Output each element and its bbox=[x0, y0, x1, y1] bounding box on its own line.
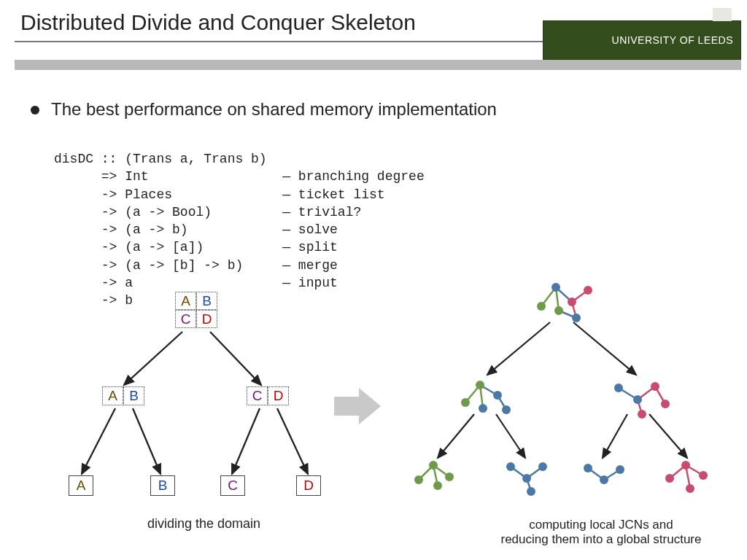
svg-line-11 bbox=[649, 414, 687, 458]
svg-point-54 bbox=[538, 462, 547, 471]
root-cell-C: C bbox=[175, 310, 196, 328]
svg-point-67 bbox=[686, 484, 694, 493]
svg-point-47 bbox=[445, 472, 454, 481]
caption-jcn: computing local JCNs and reducing them i… bbox=[484, 518, 718, 547]
svg-point-46 bbox=[429, 461, 438, 470]
svg-point-21 bbox=[584, 286, 592, 295]
big-arrow-icon bbox=[334, 388, 381, 424]
svg-point-22 bbox=[554, 306, 563, 315]
svg-point-60 bbox=[616, 465, 624, 474]
svg-point-29 bbox=[476, 381, 484, 389]
mid-cell-C: C bbox=[247, 386, 268, 405]
svg-line-6 bbox=[487, 322, 550, 375]
bullet-dot-icon bbox=[31, 106, 39, 114]
caption-jcn-l2: reducing them into a global structure bbox=[501, 532, 702, 546]
svg-point-38 bbox=[633, 395, 642, 404]
mid-cell-A: A bbox=[102, 386, 123, 405]
university-logo: UNIVERSITY OF LEEDS bbox=[543, 20, 741, 60]
svg-point-55 bbox=[527, 487, 535, 496]
svg-point-31 bbox=[479, 404, 487, 413]
svg-line-2 bbox=[82, 408, 115, 474]
bullet-text: The best performance on shared memory im… bbox=[51, 99, 497, 120]
leaf-C: C bbox=[220, 475, 245, 496]
svg-line-7 bbox=[573, 322, 636, 375]
svg-line-5 bbox=[277, 408, 308, 474]
leaf-B: B bbox=[150, 475, 175, 496]
leaf-A: A bbox=[69, 475, 93, 496]
logo-text: UNIVERSITY OF LEEDS bbox=[612, 34, 733, 46]
jcn-tree-diagram bbox=[394, 271, 729, 497]
svg-point-66 bbox=[699, 471, 708, 480]
svg-point-53 bbox=[522, 474, 531, 483]
bullet-item: The best performance on shared memory im… bbox=[0, 74, 747, 120]
svg-point-52 bbox=[506, 462, 515, 471]
svg-point-45 bbox=[414, 475, 423, 484]
svg-line-10 bbox=[603, 414, 627, 458]
svg-point-32 bbox=[502, 405, 511, 414]
caption-jcn-l1: computing local JCNs and bbox=[529, 518, 673, 532]
svg-point-48 bbox=[433, 481, 442, 490]
svg-line-0 bbox=[124, 332, 182, 385]
mid-cell-D: D bbox=[268, 386, 289, 405]
svg-point-59 bbox=[600, 475, 608, 484]
svg-point-37 bbox=[614, 384, 623, 392]
caption-dividing: dividing the domain bbox=[147, 516, 260, 532]
svg-point-65 bbox=[681, 461, 690, 470]
svg-point-18 bbox=[537, 302, 546, 311]
svg-line-8 bbox=[438, 414, 474, 458]
svg-point-64 bbox=[665, 474, 674, 483]
svg-point-30 bbox=[493, 391, 502, 400]
leaf-D: D bbox=[296, 475, 321, 496]
svg-point-23 bbox=[572, 314, 581, 322]
svg-line-1 bbox=[210, 332, 261, 385]
mid-cell-B: B bbox=[123, 386, 144, 405]
svg-point-19 bbox=[551, 283, 560, 292]
svg-point-41 bbox=[661, 400, 670, 408]
svg-point-58 bbox=[584, 464, 592, 472]
svg-point-39 bbox=[651, 382, 659, 391]
svg-line-9 bbox=[496, 414, 525, 458]
svg-line-3 bbox=[133, 408, 160, 474]
svg-point-20 bbox=[568, 298, 576, 306]
header-rule: UNIVERSITY OF LEEDS bbox=[0, 41, 747, 74]
domain-tree-diagram: A B C D A B C D A B C D dividing the dom… bbox=[58, 292, 336, 525]
svg-line-4 bbox=[232, 408, 260, 474]
svg-point-40 bbox=[638, 410, 646, 419]
root-cell-B: B bbox=[196, 292, 217, 310]
root-cell-A: A bbox=[175, 292, 196, 310]
svg-point-28 bbox=[461, 398, 470, 407]
root-cell-D: D bbox=[196, 310, 217, 328]
